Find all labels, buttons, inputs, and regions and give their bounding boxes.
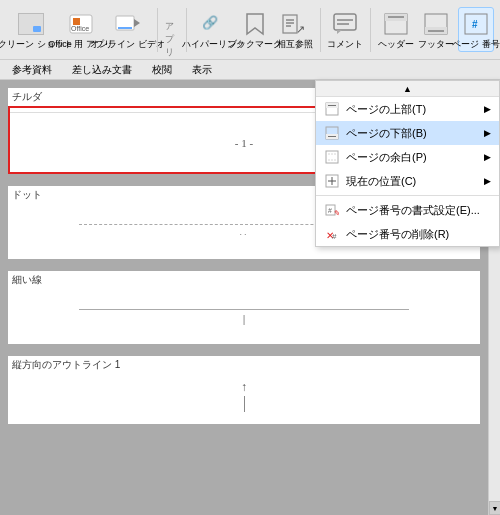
page-margin-icon [324,149,340,165]
online-video-icon [114,10,142,38]
tab-bar: 参考資料 差し込み文書 校閲 表示 [0,60,500,80]
dot-text: ·· [239,229,248,239]
svg-rect-31 [326,151,338,163]
outline-label: 縦方向のアウトライン 1 [8,356,480,374]
page-bottom-icon [324,125,340,141]
media-label: アプリ [165,20,179,59]
hyperlink-icon: 🔗 [199,10,227,38]
outline-arrow: ↑ [241,380,247,394]
scroll-down-btn[interactable]: ▼ [489,501,500,515]
menu-format-page-num[interactable]: # ✎ ページ番号の書式設定(E)... [316,198,499,222]
current-pos-icon [324,173,340,189]
menu-page-margin-chevron: ▶ [484,152,491,162]
tilde-page-num: - 1 - [235,137,253,149]
outline-card: 縦方向のアウトライン 1 ↑ [8,356,480,424]
dropdown-menu: ▲ ページの上部(T) ▶ ページの下部 [315,80,500,247]
header-icon [382,10,410,38]
menu-format-page-num-label: ページ番号の書式設定(E)... [346,203,480,218]
thin-line-wrapper: | [79,309,409,325]
outline-vline [244,396,245,412]
svg-text:#: # [472,19,478,30]
svg-rect-13 [334,14,356,30]
content-area: チルダ - 1 - ドット ·· 細い線 | [0,80,500,515]
bookmark-label: ブックマーク [228,40,282,50]
menu-current-pos-label: 現在の位置(C) [346,174,416,189]
online-video-button[interactable]: オンライン ビデオ [105,8,151,52]
header-label: ヘッダー [378,40,414,50]
thin-line-label: 細い線 [8,271,480,289]
svg-rect-5 [118,27,132,29]
tab-view[interactable]: 表示 [188,61,216,79]
sep1 [157,8,158,52]
online-video-label: オンライン ビデオ [90,40,165,50]
office-app-icon: Office [67,10,95,38]
page-number-button[interactable]: # ページ 番号 [458,7,494,53]
cross-ref-button[interactable]: ↗ 相互参照 [277,8,313,52]
remove-page-num-icon: ✕ # [324,226,340,242]
toolbar: スクリーン ショット Office Office 用 アプリ オンライン ビデオ… [0,0,500,60]
format-page-num-icon: # ✎ [324,202,340,218]
bookmark-icon [241,10,269,38]
menu-page-top-label: ページの上部(T) [346,102,426,117]
page-number-icon: # [462,10,490,38]
tab-review[interactable]: 校閲 [148,61,176,79]
bookmark-button[interactable]: ブックマーク [237,8,273,52]
comment-button[interactable]: コメント [327,8,363,52]
sep4 [370,8,371,52]
menu-page-top[interactable]: ページの上部(T) ▶ [316,97,499,121]
comment-label: コメント [327,40,363,50]
menu-remove-page-num-label: ページ番号の削除(R) [346,227,449,242]
menu-current-pos-chevron: ▶ [484,176,491,186]
tab-mailings[interactable]: 差し込み文書 [68,61,136,79]
svg-text:#: # [328,207,332,214]
sep3 [320,8,321,52]
footer-label: フッター [418,40,454,50]
thin-line-card: 細い線 | [8,271,480,344]
svg-text:↗: ↗ [296,23,305,35]
cross-ref-label: 相互参照 [277,40,313,50]
menu-page-top-chevron: ▶ [484,104,491,114]
outline-icon: ↑ [241,380,247,412]
svg-text:🔗: 🔗 [202,14,219,31]
thin-line-decoration [79,309,409,310]
svg-rect-1 [73,18,80,25]
page-top-icon [324,101,340,117]
footer-button[interactable]: フッター [418,8,454,52]
page-number-label: ページ 番号 [452,40,500,50]
screenshot-icon [17,10,45,38]
menu-current-pos[interactable]: 現在の位置(C) ▶ [316,169,499,193]
header-button[interactable]: ヘッダー [378,8,414,52]
footer-icon [422,10,450,38]
svg-text:#: # [332,232,337,241]
menu-sep1 [316,195,499,196]
svg-marker-7 [247,14,263,34]
svg-marker-4 [134,19,140,27]
menu-page-margin[interactable]: ページの余白(P) ▶ [316,145,499,169]
cross-ref-icon: ↗ [281,10,309,38]
menu-scroll-up-icon: ▲ [403,84,412,94]
thin-line-content: | [8,289,480,344]
menu-page-bottom-label: ページの下部(B) [346,126,427,141]
menu-page-bottom[interactable]: ページの下部(B) ▶ [316,121,499,145]
svg-rect-8 [283,15,297,33]
menu-page-bottom-chevron: ▶ [484,128,491,138]
menu-remove-page-num[interactable]: ✕ # ページ番号の削除(R) [316,222,499,246]
menu-page-margin-label: ページの余白(P) [346,150,427,165]
comment-icon [331,10,359,38]
tab-references[interactable]: 参考資料 [8,61,56,79]
thin-line-text: | [243,314,246,325]
svg-text:Office: Office [71,25,89,32]
svg-text:✎: ✎ [334,209,339,217]
menu-scroll-up[interactable]: ▲ [316,81,499,97]
outline-content: ↑ [8,374,480,424]
